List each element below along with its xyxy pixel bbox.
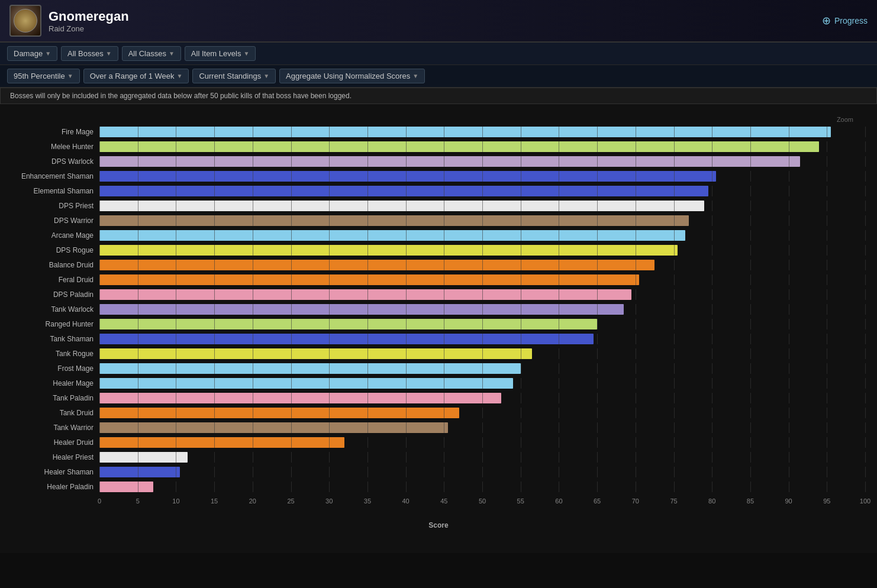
bar-fill[interactable]	[99, 422, 448, 433]
grid-line	[521, 393, 521, 403]
grid-line	[865, 437, 866, 448]
bar-fill[interactable]	[99, 141, 819, 152]
grid-line	[712, 482, 712, 492]
bar-fill[interactable]	[99, 156, 800, 167]
grid-line	[827, 260, 827, 270]
grid-line	[636, 378, 636, 389]
bar-fill[interactable]	[99, 363, 521, 374]
grid-line	[712, 378, 712, 389]
grid-line	[291, 482, 292, 492]
grid-line	[865, 215, 866, 226]
bar-fill[interactable]	[99, 289, 631, 300]
bar-fill[interactable]	[99, 304, 624, 315]
bar-fill[interactable]	[99, 230, 685, 241]
toolbar1-damage-button[interactable]: Damage▼	[7, 46, 57, 61]
grid-line	[636, 304, 636, 315]
bar-fill[interactable]	[99, 274, 639, 285]
grid-line	[827, 171, 827, 182]
grid-line	[827, 348, 827, 359]
grid-line	[214, 482, 215, 492]
toolbar1-all-classes-label: All Classes	[128, 49, 166, 58]
grid-line	[712, 408, 712, 418]
grid-line	[789, 274, 789, 285]
grid-line	[827, 141, 827, 152]
grid-line	[750, 334, 751, 344]
grid-line	[712, 319, 712, 329]
grid-line	[597, 334, 598, 344]
bar-fill[interactable]	[99, 393, 501, 403]
grid-line	[636, 289, 636, 300]
progress-link[interactable]: Progress	[834, 16, 868, 25]
grid-line	[482, 437, 483, 448]
grid-line	[214, 452, 215, 463]
grid-line	[521, 378, 521, 389]
x-axis-tick: 35	[364, 497, 371, 505]
toolbar1-all-item-levels-button[interactable]: All Item Levels▼	[185, 46, 256, 61]
toolbar2-percentile-button[interactable]: 95th Percentile▼	[7, 69, 80, 83]
bar-fill[interactable]	[99, 334, 594, 344]
bar-fill[interactable]	[99, 408, 459, 418]
bar-fill[interactable]	[99, 171, 716, 182]
toolbar-row2: 95th Percentile▼Over a Range of 1 Week▼C…	[0, 65, 877, 88]
bar-fill[interactable]	[99, 467, 180, 477]
bar-track	[99, 408, 865, 418]
zone-name: Gnomeregan	[49, 9, 129, 24]
bar-fill[interactable]	[99, 378, 513, 389]
bar-fill[interactable]	[99, 260, 654, 270]
bar-label: DPS Paladin	[12, 290, 99, 299]
bar-fill[interactable]	[99, 482, 153, 492]
bar-label: Melee Hunter	[12, 143, 99, 151]
grid-line	[597, 422, 598, 433]
grid-line	[789, 245, 789, 256]
toolbar2-time-range-button[interactable]: Over a Range of 1 Week▼	[83, 69, 189, 83]
x-axis-tick: 80	[708, 497, 715, 505]
bar-row: Melee Hunter	[12, 140, 865, 153]
grid-line	[329, 467, 330, 477]
x-axis-tick: 10	[172, 497, 179, 505]
toolbar1-all-bosses-button[interactable]: All Bosses▼	[61, 46, 118, 61]
bar-track	[99, 245, 865, 256]
bar-fill[interactable]	[99, 186, 708, 196]
toolbar1-all-classes-button[interactable]: All Classes▼	[122, 46, 181, 61]
toolbar2-aggregate-button[interactable]: Aggregate Using Normalized Scores▼	[279, 69, 425, 83]
bar-fill[interactable]	[99, 201, 704, 211]
bar-fill[interactable]	[99, 319, 597, 329]
dropdown-arrow: ▼	[106, 50, 112, 57]
toolbar2-standings-button[interactable]: Current Standings▼	[192, 69, 276, 83]
chart-inner: Fire MageMelee HunterDPS WarlockEnhancem…	[12, 125, 865, 529]
bar-track	[99, 230, 865, 241]
grid-line	[750, 452, 751, 463]
bar-label: Feral Druid	[12, 276, 99, 284]
bar-label: Healer Mage	[12, 379, 99, 387]
bar-row: Tank Shaman	[12, 332, 865, 345]
bar-track	[99, 452, 865, 463]
bar-fill[interactable]	[99, 245, 678, 256]
bar-label: DPS Warlock	[12, 157, 99, 166]
chart-bars: Fire MageMelee HunterDPS WarlockEnhancem…	[12, 125, 865, 495]
grid-line	[750, 245, 751, 256]
bar-fill[interactable]	[99, 452, 188, 463]
grid-line	[482, 408, 483, 418]
grid-line	[559, 422, 559, 433]
grid-line	[444, 452, 444, 463]
grid-line	[712, 422, 712, 433]
grid-line	[789, 422, 789, 433]
bar-track	[99, 289, 865, 300]
grid-line	[444, 482, 444, 492]
x-axis-tick: 0	[98, 497, 101, 505]
grid-line	[674, 363, 675, 374]
bar-fill[interactable]	[99, 437, 344, 448]
bar-label: Elemental Shaman	[12, 187, 99, 195]
bar-track	[99, 319, 865, 329]
bar-fill[interactable]	[99, 127, 831, 137]
grid-line	[789, 363, 789, 374]
grid-line	[750, 186, 751, 196]
bar-fill[interactable]	[99, 348, 532, 359]
bar-track	[99, 141, 865, 152]
grid-line	[789, 467, 789, 477]
grid-line	[521, 482, 521, 492]
bar-label: Tank Paladin	[12, 394, 99, 402]
bar-fill[interactable]	[99, 215, 689, 226]
bar-row: Feral Druid	[12, 273, 865, 286]
grid-line	[789, 452, 789, 463]
